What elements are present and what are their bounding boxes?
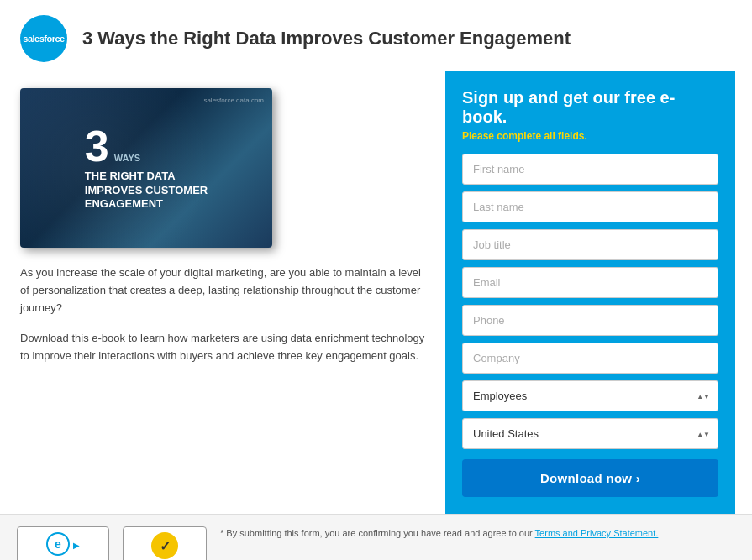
page-title: 3 Ways the Right Data Improves Customer … xyxy=(82,28,571,50)
salesforce-logo: salesforce xyxy=(20,15,67,62)
truste-badge: e ▶ TRUSTe Certified Privacy xyxy=(17,526,109,560)
form-subtitle: Please complete all fields. xyxy=(462,130,718,142)
book-subtitle: THE RIGHT DATA IMPROVES CUSTOMER ENGAGEM… xyxy=(85,170,208,212)
right-panel: Sign up and get our free e-book. Please … xyxy=(445,71,735,514)
truste-icon: e xyxy=(46,532,70,556)
norton-check-icon: ✓ xyxy=(151,532,178,559)
salesforce-logo-text: salesforce xyxy=(23,34,64,44)
employees-select-wrapper: Employees1-1011-5051-200201-500501-10001… xyxy=(462,380,718,411)
form-fields: Employees1-1011-5051-200201-500501-10001… xyxy=(462,154,718,497)
truste-arrow-icon: ▶ xyxy=(73,541,80,550)
privacy-link[interactable]: Terms and Privacy Statement. xyxy=(535,528,659,538)
employees-select[interactable]: Employees1-1011-5051-200201-500501-10001… xyxy=(462,380,718,411)
book-brand-label: salesforce data.com xyxy=(203,97,264,104)
description-paragraph-2: Download this e-book to learn how market… xyxy=(20,330,425,365)
norton-badge: ✓ Norton SECURED powered by Symantec xyxy=(123,526,207,560)
book-number: 3 xyxy=(85,124,109,168)
left-panel: 3 WAYS THE RIGHT DATA IMPROVES CUSTOMER … xyxy=(0,71,445,514)
form-title: Sign up and get our free e-book. xyxy=(462,88,718,127)
email-input[interactable] xyxy=(462,267,718,298)
trust-section: e ▶ TRUSTe Certified Privacy ✓ Norton SE… xyxy=(0,514,752,560)
first-name-input[interactable] xyxy=(462,154,718,185)
download-button[interactable]: Download now › xyxy=(462,459,718,497)
company-input[interactable] xyxy=(462,343,718,374)
country-select-wrapper: United StatesCanadaUnited KingdomAustral… xyxy=(462,418,718,449)
book-cover-image: 3 WAYS THE RIGHT DATA IMPROVES CUSTOMER … xyxy=(20,88,272,248)
description-paragraph-1: As you increase the scale of your digita… xyxy=(20,264,425,317)
country-select[interactable]: United StatesCanadaUnited KingdomAustral… xyxy=(462,418,718,449)
trust-badges: e ▶ TRUSTe Certified Privacy ✓ Norton SE… xyxy=(17,526,735,560)
header: salesforce 3 Ways the Right Data Improve… xyxy=(0,0,752,71)
last-name-input[interactable] xyxy=(462,191,718,222)
main-content: 3 WAYS THE RIGHT DATA IMPROVES CUSTOMER … xyxy=(0,71,752,514)
book-ways-label: WAYS xyxy=(114,153,140,163)
phone-input[interactable] xyxy=(462,305,718,336)
job-title-input[interactable] xyxy=(462,229,718,260)
trust-disclaimer: * By submitting this form, you are confi… xyxy=(220,526,735,541)
